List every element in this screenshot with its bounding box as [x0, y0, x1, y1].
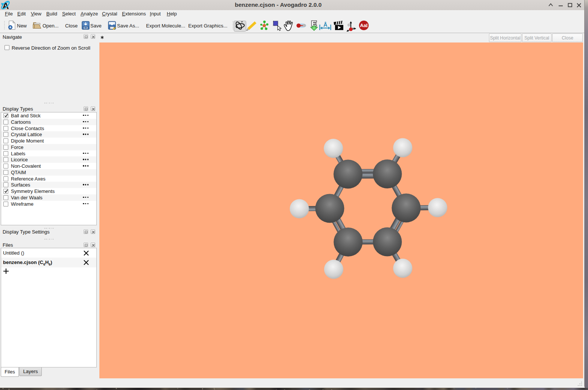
- svg-text:Aa: Aa: [360, 23, 366, 28]
- svg-text:Å: Å: [323, 21, 328, 28]
- svg-text:I: I: [366, 23, 368, 28]
